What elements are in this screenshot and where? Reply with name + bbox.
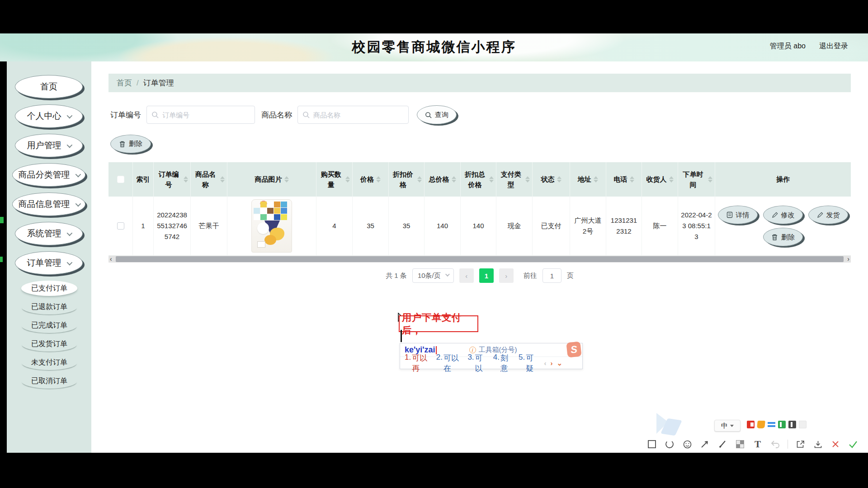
next-page-button[interactable]: ›: [499, 268, 514, 283]
sort-icon[interactable]: [557, 176, 561, 183]
cell-phone: 12312312312: [606, 197, 642, 255]
scrollbar-thumb[interactable]: [116, 256, 844, 262]
ime-tool-icon[interactable]: [757, 421, 765, 428]
ime-tool-icon[interactable]: [788, 421, 796, 428]
sidebar-item-product-info[interactable]: 商品信息管理: [12, 192, 85, 216]
sort-icon[interactable]: [284, 176, 289, 183]
orders-table: 索引 订单编号 商品名称 商品图片 购买数量 价格 折扣价格 总价格 折扣总价格…: [108, 162, 851, 256]
breadcrumb-current: 订单管理: [143, 78, 174, 88]
arrow-tool-icon[interactable]: [699, 439, 710, 450]
sidebar-subitem-unpaid-orders[interactable]: 未支付订单: [21, 355, 77, 370]
query-button[interactable]: 查询: [417, 105, 457, 124]
delete-button[interactable]: 删除: [763, 228, 803, 246]
goto-label: 前往: [524, 272, 537, 280]
ime-tool-icon[interactable]: [799, 421, 807, 428]
sidebar: 首页 个人中心 用户管理 商品分类管理 商品信息管理 系统管理 订单管理 已支付…: [7, 61, 91, 453]
ime-expand-icon[interactable]: ⌄: [557, 359, 562, 367]
ime-tool-icon[interactable]: [768, 421, 775, 428]
mosaic-tool-icon[interactable]: [735, 439, 745, 450]
ime-prev-icon[interactable]: ‹: [544, 359, 546, 367]
sort-icon[interactable]: [630, 176, 634, 183]
chevron-down-icon: [66, 113, 72, 118]
order-no-input[interactable]: [162, 111, 255, 119]
emoji-tool-icon[interactable]: [682, 439, 693, 450]
search-icon: [425, 112, 432, 118]
page-size-select[interactable]: 10条/页: [412, 268, 454, 283]
ime-candidate[interactable]: 2.可以在: [436, 353, 460, 374]
cell-quantity: 4: [316, 197, 353, 255]
sort-icon[interactable]: [708, 176, 712, 183]
sidebar-subitem-paid-orders[interactable]: 已支付订单: [21, 281, 77, 296]
ime-language-toggle[interactable]: 中: [714, 420, 741, 432]
sort-icon[interactable]: [525, 176, 530, 183]
ime-tool-icon[interactable]: [778, 421, 786, 428]
goto-page-input[interactable]: [542, 268, 561, 283]
sort-icon[interactable]: [345, 176, 350, 183]
export-icon[interactable]: [795, 439, 806, 450]
sidebar-item-users[interactable]: 用户管理: [15, 134, 83, 157]
sidebar-item-home[interactable]: 首页: [15, 75, 83, 99]
edge-marker: [0, 217, 4, 223]
sidebar-subitem-cancelled-orders[interactable]: 已取消订单: [21, 373, 77, 389]
sort-icon[interactable]: [452, 176, 456, 183]
pen-tool-icon[interactable]: [717, 439, 728, 450]
pencil-icon: [772, 212, 778, 218]
row-checkbox[interactable]: [117, 222, 124, 230]
detail-button[interactable]: 详情: [718, 206, 758, 224]
product-image[interactable]: [251, 199, 292, 253]
sort-icon[interactable]: [669, 176, 674, 183]
download-icon[interactable]: [812, 439, 823, 450]
cell-pay-type: 现金: [496, 197, 533, 255]
ime-tool-icon[interactable]: [747, 421, 755, 428]
sort-icon[interactable]: [220, 176, 225, 183]
sidebar-item-orders[interactable]: 订单管理: [15, 251, 83, 275]
sort-icon[interactable]: [489, 176, 494, 183]
undo-icon[interactable]: [770, 439, 781, 450]
cell-order-no: 20224238551327465742: [154, 197, 191, 255]
scroll-right-icon[interactable]: ›: [847, 255, 849, 263]
ime-next-icon[interactable]: ›: [550, 359, 552, 367]
chevron-down-icon: [66, 259, 72, 265]
scroll-left-icon[interactable]: ‹: [110, 255, 112, 263]
sidebar-item-system[interactable]: 系统管理: [15, 222, 83, 245]
product-name-input[interactable]: [313, 111, 408, 119]
sidebar-subitem-refunded-orders[interactable]: 已退款订单: [21, 299, 77, 314]
ime-candidate[interactable]: 3.可以: [467, 353, 485, 374]
ime-candidate[interactable]: 4.刻意: [493, 353, 511, 374]
rectangle-tool-icon[interactable]: [646, 439, 657, 450]
trash-icon: [771, 234, 778, 241]
ime-candidate[interactable]: 5.可疑: [519, 353, 536, 374]
ime-candidate[interactable]: 1.可以再: [405, 353, 429, 374]
logout-link[interactable]: 退出登录: [819, 42, 848, 51]
horizontal-scrollbar[interactable]: ‹ ›: [108, 256, 851, 263]
column-header: 购买数量: [319, 169, 343, 190]
breadcrumb-home[interactable]: 首页: [117, 78, 132, 88]
breadcrumb-separator: /: [137, 79, 139, 88]
column-header: 索引: [137, 174, 150, 184]
text-tool-icon[interactable]: T: [752, 439, 763, 450]
sidebar-subitem-completed-orders[interactable]: 已完成订单: [21, 318, 77, 333]
filter-bar: 订单编号 商品名称 查询: [110, 105, 457, 124]
chevron-down-icon: [75, 171, 81, 177]
sort-icon[interactable]: [184, 176, 188, 183]
column-header: 操作: [776, 174, 790, 184]
prev-page-button[interactable]: ‹: [459, 268, 474, 283]
select-all-checkbox[interactable]: [117, 176, 124, 183]
ellipse-tool-icon[interactable]: [664, 439, 675, 450]
current-page-button[interactable]: 1: [479, 268, 494, 283]
batch-delete-button[interactable]: 删除: [110, 135, 151, 153]
ship-button[interactable]: 发货: [808, 206, 848, 224]
edit-button[interactable]: 修改: [763, 206, 803, 224]
pagination: 共 1 条 10条/页 ‹ 1 › 前往 页: [91, 268, 868, 283]
mango-piece: [264, 235, 276, 245]
sidebar-item-profile[interactable]: 个人中心: [15, 104, 83, 128]
sogou-ime-logo: S: [566, 341, 581, 357]
sidebar-item-product-category[interactable]: 商品分类管理: [12, 163, 85, 187]
close-icon[interactable]: [830, 439, 841, 450]
confirm-icon[interactable]: [848, 439, 859, 450]
sort-icon[interactable]: [417, 176, 422, 183]
sort-icon[interactable]: [594, 176, 598, 183]
sidebar-subitem-shipped-orders[interactable]: 已发货订单: [21, 336, 77, 352]
sort-icon[interactable]: [376, 176, 381, 183]
cell-product-image: [227, 197, 316, 255]
